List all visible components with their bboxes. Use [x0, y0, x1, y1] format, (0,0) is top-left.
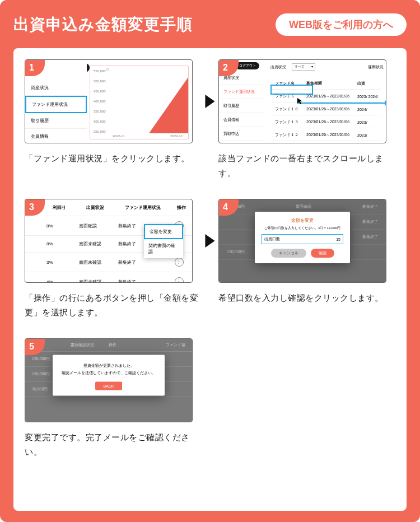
success-modal: 投資金額が更新されました。 確認メールを送信していますので、ご確認ください。 B… [53, 355, 165, 396]
back-button: BACK [95, 382, 122, 390]
menu-item: 取引履歴 [25, 113, 87, 129]
chart-panel: 円 550,000 500,000 450,000 400,000 350,00… [90, 66, 189, 139]
step-2: 2 ログアウト 出資状況 すべて 運用状況 資産状況 ファンド運用状況 取引履歴… [218, 59, 395, 180]
modal-line1: 投資金額が更新されました。 [59, 363, 158, 369]
scroll-arrow-icon [297, 102, 386, 104]
table-row: ファンド１２2023/01/26～2023/01/062023/ [272, 129, 381, 141]
step-5: 5 投資額 書面確認状況 操作 ファンド運 130,000円書面確認 130,0… [25, 338, 202, 459]
menu-item: 会員情報 [25, 129, 87, 143]
operation-icon: ⋮ [175, 277, 184, 283]
audience-badge: WEB版をご利用の方へ [276, 13, 407, 36]
chart-area [149, 77, 188, 133]
modal-title: 金額を変更 [262, 217, 343, 223]
dropdown-item-change-amount: 金額を変更 [144, 224, 183, 239]
y-axis: 550,000 500,000 450,000 400,000 350,000 … [94, 69, 106, 133]
logout-button: ログアウト [236, 62, 259, 69]
step-4: 4 130,000円書面確認募集終了 書面未確認募集終了 書面未確認募集終了 1… [218, 199, 395, 305]
modal-line2: 確認メールを送信していますので、ご確認ください。 [59, 370, 158, 376]
step-4-caption: 希望口数を入力し確認をクリックします。 [218, 291, 395, 305]
step-4-thumb: 4 130,000円書面確認募集終了 書面未確認募集終了 書面未確認募集終了 1… [218, 199, 386, 283]
sidebar: 資産状況 ファンド運用状況 取引履歴 会員情報 買取申込 買取申請履歴 [219, 71, 264, 143]
table-row: ファンド１３2023/01/26～2023/01/062023/ [272, 116, 381, 128]
header: 出資申込み金額変更手順 WEB版をご利用の方へ [13, 13, 407, 36]
dropdown-menu: 金額を変更 契約書面の確認 [144, 224, 183, 258]
step-3-thumb: 3 利回り 出資状況 ファンド運用状況 操作 8%書面確認募集終了⋮ 8%書面未… [25, 199, 193, 283]
step-1-caption: 「ファンド運用状況」をクリックします。 [25, 151, 202, 166]
step-1-thumb: 1 ログアウト 資産状況 ファンド運用状況 取引履歴 会員情報 買取申込 円 [25, 59, 193, 143]
units-field: 出資口数 15 [262, 234, 343, 244]
menu-item-active: ファンド運用状況 [219, 85, 264, 99]
operation-icon: ⋮ [175, 258, 184, 267]
content-panel: 1 ログアウト 資産状況 ファンド運用状況 取引履歴 会員情報 買取申込 円 [13, 48, 407, 511]
step-2-thumb: 2 ログアウト 出資状況 すべて 運用状況 資産状況 ファンド運用状況 取引履歴… [218, 59, 386, 143]
confirm-button: 確認 [311, 249, 334, 258]
page-title: 出資申込み金額変更手順 [13, 14, 193, 35]
filter-select: すべて [292, 63, 315, 71]
cursor-icon [297, 97, 304, 104]
step-3: 3 利回り 出資状況 ファンド運用状況 操作 8%書面確認募集終了⋮ 8%書面未… [25, 199, 202, 319]
arrow-icon [202, 199, 218, 283]
menu-item: 資産状況 [25, 80, 87, 96]
field-label: 出資口数 [264, 236, 280, 242]
col-right: 運用状況 [368, 64, 384, 70]
x-axis: 2022-11 2022-12 [113, 134, 183, 138]
page: 出資申込み金額変更手順 WEB版をご利用の方へ 1 ログアウト 資産状況 ファン… [0, 0, 420, 522]
highlight-box [270, 85, 313, 95]
step-1: 1 ログアウト 資産状況 ファンド運用状況 取引履歴 会員情報 買取申込 円 [25, 59, 202, 166]
y-unit: 円 [106, 67, 109, 72]
table-row: 4%書面未確認募集終了⋮ [25, 272, 192, 283]
step-2-caption: 該当ファンドの一番右までスクロールします。 [218, 151, 395, 180]
cancel-button: キャンセル [271, 249, 306, 258]
step-3-caption: 「操作」の行にあるボタンを押し「金額を変更」を選択します。 [25, 291, 202, 319]
arrow-icon [202, 59, 218, 143]
table-row: ファンド１６2023/01/26～2023/01/062024/ [272, 104, 381, 115]
filter-row: 出資状況 すべて 運用状況 [270, 63, 384, 71]
menu-item-fund-status: ファンド運用状況 [25, 96, 87, 113]
filter-label: 出資状況 [270, 64, 286, 70]
field-value: 15 [283, 237, 340, 241]
step-5-thumb: 5 投資額 書面確認状況 操作 ファンド運 130,000円書面確認 130,0… [25, 338, 193, 422]
modal-note: ご希望の口数を入力してください。1口＝13,000円 [262, 226, 343, 231]
step-5-caption: 変更完了です。完了メールをご確認ください。 [25, 430, 202, 459]
dropdown-item: 契約書面の確認 [144, 239, 183, 258]
amount-modal: 金額を変更 ご希望の口数を入力してください。1口＝13,000円 出資口数 15… [255, 212, 350, 263]
